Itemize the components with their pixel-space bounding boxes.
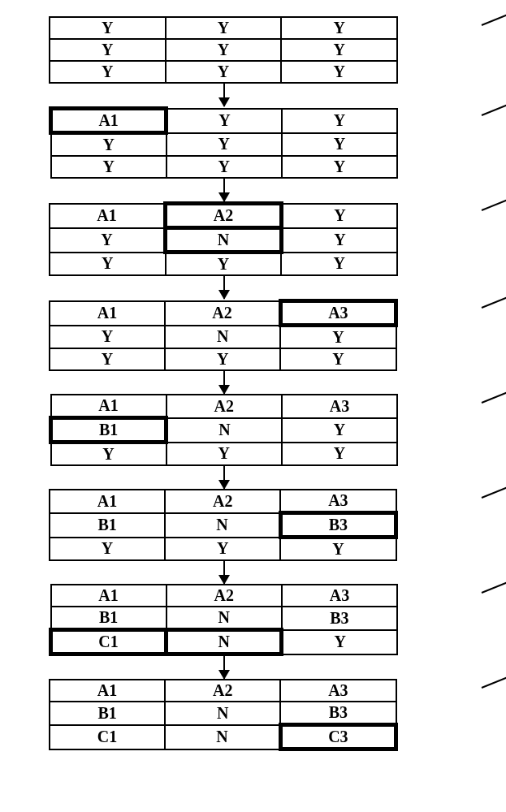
grid-cell: Y	[165, 538, 280, 561]
grid-cell: Y	[166, 253, 282, 276]
grid-cell: N	[165, 725, 280, 749]
reference-leader: 204	[490, 292, 506, 325]
grid-cell: Y	[50, 538, 165, 561]
arrow-down-icon	[223, 371, 225, 394]
grid-cell: C1	[51, 630, 167, 654]
table-row: A1A2A3	[50, 680, 396, 702]
leader-line	[482, 381, 506, 404]
table-row: YYY	[51, 133, 398, 157]
arrow-down-icon	[223, 84, 225, 106]
grid-cell: A3	[280, 680, 396, 702]
grid-cell: B1	[51, 607, 167, 630]
table-row: YYY	[50, 253, 397, 276]
reference-leader: 203	[490, 195, 506, 227]
grid-cell: A1	[51, 585, 167, 607]
table-row: A1YY	[51, 109, 398, 133]
stage-205: A1A2A3B1NYYYY205	[32, 394, 490, 466]
table-row: YYY	[50, 61, 397, 83]
grid-cell: Y	[167, 156, 282, 178]
table-row: YYY	[50, 538, 396, 561]
table-row: YYY	[50, 17, 397, 39]
grid-cell: N	[165, 513, 280, 538]
grid-cell: Y	[282, 630, 397, 654]
grid-cell: Y	[50, 61, 166, 83]
grid-cell: A1	[51, 109, 167, 133]
leader-line	[482, 571, 506, 594]
grid-cell: Y	[167, 109, 282, 133]
grid-cell: Y	[165, 348, 280, 370]
grid-cell: Y	[166, 61, 282, 83]
grid-cell: A1	[50, 680, 165, 702]
grid-cell: Y	[166, 39, 282, 61]
grid-cell: N	[166, 228, 282, 253]
leader-line	[482, 188, 506, 211]
grid-cell: N	[167, 630, 282, 654]
state-grid: A1A2YYNYYYY	[49, 201, 398, 276]
table-row: YYY	[51, 443, 398, 466]
grid-cell: Y	[50, 39, 166, 61]
grid-cell: Y	[50, 253, 166, 276]
state-sequence-diagram: YYYYYYYYY201A1YYYYYYYY202A1A2YYNYYYY203A…	[32, 16, 490, 751]
grid-cell: A3	[280, 301, 396, 326]
grid-cell: A3	[282, 585, 397, 607]
grid-cell: Y	[282, 443, 397, 466]
state-grid: A1YYYYYYYY	[49, 106, 398, 179]
grid-cell: A2	[165, 301, 280, 326]
reference-leader: 202	[490, 100, 506, 132]
table-row: YYY	[50, 348, 396, 370]
state-grid: A1A2A3B1NB3C1NY	[49, 584, 398, 656]
grid-cell: N	[167, 418, 282, 443]
table-row: B1NB3	[50, 702, 396, 725]
grid-cell: A1	[50, 204, 166, 228]
stage-201: YYYYYYYYY201	[32, 16, 490, 84]
grid-cell: Y	[50, 348, 165, 370]
table-row: YYY	[50, 39, 397, 61]
state-grid: A1A2A3YNYYYY	[49, 299, 398, 371]
grid-cell: Y	[167, 133, 282, 157]
state-grid: A1A2A3B1NB3YYY	[49, 489, 398, 561]
table-row: C1NC3	[50, 725, 396, 749]
table-row: YNY	[50, 326, 396, 349]
grid-cell: A1	[50, 490, 165, 513]
grid-cell: Y	[50, 17, 166, 39]
grid-cell: B3	[280, 513, 396, 538]
table-row: B1NB3	[50, 513, 396, 538]
table-row: YYY	[51, 156, 398, 178]
grid-cell: Y	[280, 326, 396, 349]
grid-cell: A2	[167, 395, 282, 418]
grid-cell: Y	[282, 418, 397, 443]
grid-cell: Y	[166, 17, 282, 39]
grid-cell: Y	[281, 204, 397, 228]
arrow-down-icon	[223, 276, 225, 299]
grid-cell: Y	[282, 109, 397, 133]
grid-cell: Y	[281, 253, 397, 276]
table-row: A1A2Y	[50, 204, 397, 228]
stage-206: A1A2A3B1NB3YYY206	[32, 489, 490, 561]
stage-208: A1A2A3B1NB3C1NC3208	[32, 679, 490, 751]
grid-cell: A2	[166, 204, 282, 228]
table-row: YNY	[50, 228, 397, 253]
grid-cell: Y	[167, 443, 282, 466]
stage-207: A1A2A3B1NB3C1NY207	[32, 584, 490, 656]
grid-cell: B3	[280, 702, 396, 725]
leader-line	[482, 286, 506, 309]
grid-cell: A1	[51, 395, 167, 418]
reference-leader: 201	[490, 10, 506, 42]
grid-cell: A2	[167, 585, 282, 607]
table-row: A1A2A3	[50, 490, 396, 513]
leader-line	[482, 3, 506, 26]
reference-leader: 205	[490, 387, 506, 420]
reference-leader: 208	[490, 672, 506, 705]
grid-cell: Y	[51, 133, 167, 157]
reference-leader: 207	[490, 577, 506, 610]
table-row: A1A2A3	[50, 301, 396, 326]
grid-cell: Y	[282, 133, 397, 157]
grid-cell: A2	[165, 490, 280, 513]
grid-cell: C3	[280, 725, 396, 749]
reference-leader: 206	[490, 482, 506, 515]
table-row: B1NY	[51, 418, 398, 443]
grid-cell: Y	[281, 228, 397, 253]
grid-cell: N	[165, 702, 280, 725]
stage-204: A1A2A3YNYYYY204	[32, 299, 490, 371]
grid-cell: B1	[50, 513, 165, 538]
